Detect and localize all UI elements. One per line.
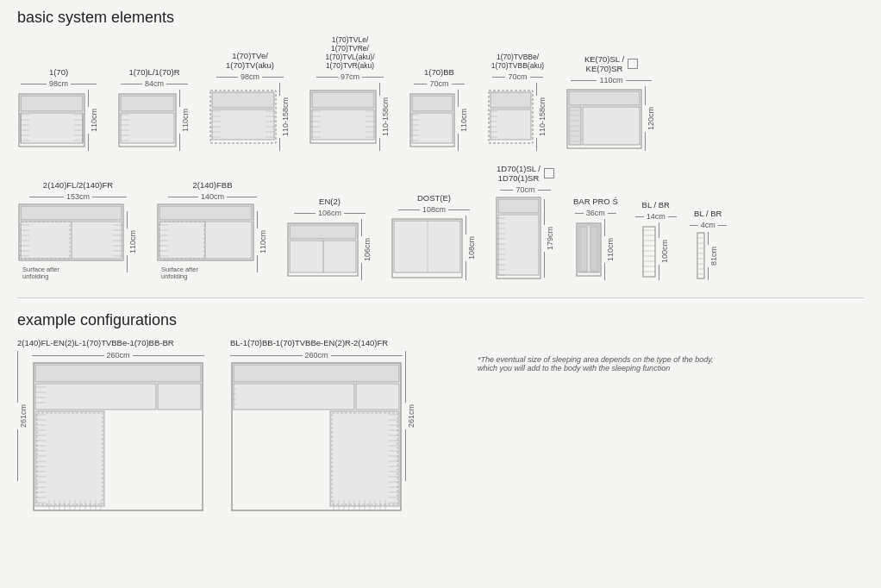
svg-rect-131	[498, 199, 539, 213]
svg-rect-43	[312, 109, 374, 140]
sofa-svg	[487, 89, 534, 145]
sofa-svg: Surface after unfolding 136x137cm*	[156, 203, 255, 280]
elements-grid-row2: 2(140)FL/2(140)FR 153cm	[17, 164, 864, 280]
config-item-2: BL-1(70)BB-1(70)TVBBe-EN(2)R-2(140)FR 26…	[230, 338, 417, 514]
svg-rect-148	[590, 227, 597, 272]
element-label: 1(70)	[49, 67, 68, 77]
element-1-70TVLe: 1(70)TVLe/1(70)TVRe/1(70)TVL(aku)/1(70)T…	[309, 35, 391, 151]
element-label: 1(70)L/1(70)R	[128, 67, 179, 77]
svg-rect-208	[234, 365, 399, 382]
svg-rect-88	[21, 222, 122, 259]
sofa-svg	[409, 92, 456, 148]
svg-rect-57	[412, 96, 453, 111]
config-item-1: 2(140)FL-EN(2)L-1(70)TVBBe-1(70)BB-BR 26…	[17, 338, 204, 514]
config-note: *The eventual size of sleeping area depe…	[478, 355, 719, 372]
element-1-70L-R: 1(70)L/1(70)R 84cm	[117, 67, 191, 151]
element-1-70: 1(70) 98cm	[17, 67, 100, 151]
svg-rect-58	[412, 113, 453, 143]
sofa-svg	[17, 92, 86, 148]
svg-rect-211	[330, 411, 399, 506]
height-text: 110cm	[88, 107, 100, 134]
svg-rect-176	[35, 411, 104, 506]
svg-rect-170	[35, 384, 156, 410]
element-1-70TVe: 1(70)TVe/1(70)TV(aku) 98cm	[209, 51, 291, 151]
sofa-svg	[117, 92, 178, 148]
element-1-70TVBBe: 1(70)TVBBe/1(70)TVBB(aku) 70cm	[487, 53, 548, 151]
elements-grid: 1(70) 98cm	[17, 35, 864, 151]
config-label-1: 2(140)FL-EN(2)L-1(70)TVBBe-1(70)BB-BR	[17, 338, 204, 347]
svg-rect-75	[569, 91, 640, 105]
svg-rect-109	[159, 206, 252, 220]
sofa-svg	[575, 222, 603, 278]
svg-rect-19	[121, 113, 174, 143]
config-svg-1	[32, 361, 204, 512]
width-text: 98cm	[47, 79, 71, 88]
svg-rect-169	[35, 365, 201, 382]
svg-rect-110	[159, 222, 252, 259]
svg-rect-128	[394, 221, 460, 272]
element-2-140FL: 2(140)FL/2(140)FR 153cm	[17, 180, 139, 280]
info-icon	[628, 59, 638, 69]
element-1D70SL: 1D70(1)SL /1D70(1)SR 70cm	[495, 164, 556, 280]
svg-rect-18	[121, 96, 174, 111]
sofa-svg	[391, 217, 464, 279]
element-BAR-PRO: BAR PRO Ś 36cm 110cm	[573, 197, 618, 280]
info-icon2	[544, 168, 554, 178]
element-BL-BR-4: BL / BR 4cm	[690, 209, 727, 280]
svg-text:136x137cm*: 136x137cm*	[22, 279, 59, 280]
svg-rect-2	[21, 113, 83, 143]
svg-rect-125	[290, 241, 356, 272]
svg-rect-27	[212, 92, 274, 108]
sofa-svg	[209, 89, 278, 145]
svg-rect-66	[490, 92, 531, 108]
svg-rect-84	[583, 107, 640, 145]
svg-rect-28	[212, 109, 274, 140]
svg-rect-209	[234, 384, 354, 410]
sofa-svg: Surface after unfolding 136x137cm*	[17, 203, 125, 280]
page-title: basic system elements	[17, 9, 864, 27]
svg-rect-87	[21, 206, 122, 220]
element-EN2: EN(2) 106cm 106cm	[286, 197, 373, 280]
config-label-2: BL-1(70)BB-1(70)TVBBe-EN(2)R-2(140)FR	[230, 338, 417, 347]
svg-rect-159	[697, 233, 704, 278]
sofa-svg	[696, 231, 706, 280]
svg-rect-1	[21, 96, 83, 111]
svg-rect-67	[490, 109, 531, 140]
element-BL-BR-14: BL / BR 14cm	[635, 200, 677, 280]
sofa-svg	[565, 88, 643, 150]
sofa-svg	[495, 196, 542, 280]
svg-rect-210	[356, 384, 399, 410]
sofa-svg	[286, 222, 359, 278]
svg-rect-149	[643, 227, 655, 277]
configurations-section: example configurations 2(140)FL-EN(2)L-1…	[17, 311, 864, 514]
svg-rect-42	[312, 92, 374, 108]
config-title: example configurations	[17, 311, 864, 329]
config-svg-2	[230, 361, 403, 512]
width-dim: 98cm	[21, 79, 97, 88]
element-1-70BB: 1(70)BB 70cm	[409, 67, 470, 151]
element-KE70SL: KE(70)SL /KE(70)SR 110cm	[565, 54, 657, 151]
svg-text:136x137cm*: 136x137cm*	[161, 279, 197, 280]
element-2-140FBB: 2(140)FBB 140cm	[156, 180, 269, 280]
element-DOST-E: DOST(E) 108cm 108cm	[391, 193, 478, 280]
svg-rect-147	[580, 227, 587, 272]
svg-rect-124	[290, 225, 356, 239]
shape-wrap: 110cm	[17, 90, 100, 151]
sofa-svg	[309, 89, 378, 145]
svg-rect-171	[158, 384, 201, 410]
section-divider	[17, 297, 864, 298]
sofa-svg	[641, 225, 657, 278]
svg-rect-132	[498, 215, 539, 275]
